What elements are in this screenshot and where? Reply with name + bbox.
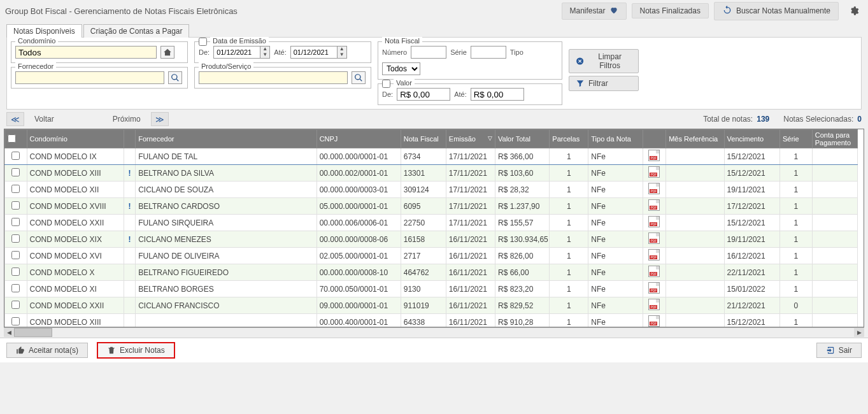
table-row[interactable]: COND MODELO IXFULANO DE TAL00.000.000/00… (5, 148, 858, 165)
condominio-lookup-button[interactable] (160, 46, 174, 59)
pdf-icon[interactable] (648, 166, 660, 178)
limpar-filtros-button[interactable]: Limpar Filtros (569, 49, 639, 73)
close-circle-icon (576, 57, 584, 66)
col-condominio[interactable]: Condomínio (27, 130, 124, 148)
tab-notas-disponiveis[interactable]: Notas Disponíveis (6, 24, 82, 38)
fornecedor-search-button[interactable] (168, 71, 182, 84)
condominio-input[interactable] (15, 46, 157, 59)
table-row[interactable]: COND MODELO XIII00.000.400/0001-01643381… (5, 314, 858, 327)
pdf-icon[interactable] (648, 150, 660, 161)
col-fornecedor[interactable]: Fornecedor (136, 130, 317, 148)
pdf-icon[interactable] (648, 299, 660, 310)
col-emissao[interactable]: Emissão (446, 130, 495, 148)
cell-serie: 1 (779, 248, 812, 264)
buscar-notas-button[interactable]: Buscar Notas Manualmente (714, 2, 839, 20)
row-checkbox[interactable] (11, 218, 20, 226)
table-row[interactable]: COND MODELO XXIICICLANO FRANCISCO09.000.… (5, 297, 858, 314)
row-checkbox[interactable] (11, 152, 20, 160)
tab-contas-pagar[interactable]: Criação de Contas a Pagar (83, 24, 190, 38)
cell-parcelas: 1 (550, 215, 588, 231)
pdf-icon[interactable] (648, 282, 660, 294)
row-checkbox[interactable] (11, 284, 20, 292)
cell-conta (812, 215, 857, 231)
row-checkbox[interactable] (11, 234, 20, 243)
pdf-icon[interactable] (648, 183, 660, 194)
valor-ate-input[interactable] (471, 88, 524, 101)
pdf-icon[interactable] (648, 266, 660, 277)
col-conta[interactable]: Conta para Pagamento (812, 130, 857, 148)
tipo-select[interactable]: Todos (382, 62, 420, 75)
cell-mes (666, 198, 724, 215)
data-de-input[interactable]: ▲▼ (213, 46, 270, 59)
proximo-button[interactable]: ≫ (151, 112, 169, 126)
table-row[interactable]: COND MODELO XIICICLANO DE SOUZA00.000.00… (5, 182, 858, 198)
excluir-notas-button[interactable]: Excluir Notas (97, 342, 175, 359)
filtrar-button[interactable]: Filtrar (569, 76, 639, 91)
scroll-thumb[interactable] (14, 328, 52, 337)
table-row[interactable]: COND MODELO XIX!CICLANO MENEZES00.000.00… (5, 231, 858, 248)
col-vencimento[interactable]: Vencimento (724, 130, 779, 148)
col-parcelas[interactable]: Parcelas (550, 130, 588, 148)
scroll-left-icon[interactable]: ◀ (4, 328, 14, 337)
pdf-icon[interactable] (648, 249, 660, 261)
table-row[interactable]: COND MODELO XIBELTRANO BORGES70.000.050/… (5, 281, 858, 297)
voltar-button[interactable]: ≪ (6, 112, 24, 126)
col-nota-fiscal[interactable]: Nota Fiscal (401, 130, 446, 148)
thumbs-up-icon (16, 346, 25, 355)
valor-checkbox[interactable] (382, 80, 390, 88)
select-all-checkbox[interactable] (8, 134, 16, 143)
cell-tipo: NFe (588, 182, 643, 198)
de-label: De: (199, 48, 210, 56)
manifestar-button[interactable]: Manifestar (562, 3, 627, 20)
table-row[interactable]: COND MODELO XVIFULANO DE OLIVEIRA02.005.… (5, 248, 858, 264)
fornecedor-input[interactable] (15, 71, 164, 84)
col-serie[interactable]: Série (779, 130, 812, 148)
chevron-down-icon[interactable]: ▼ (338, 52, 346, 58)
cell-parcelas: 1 (550, 165, 588, 182)
pdf-icon[interactable] (648, 315, 660, 327)
table-row[interactable]: COND MODELO XIII!BELTRANO DA SILVA00.000… (5, 165, 858, 182)
data-emissao-checkbox[interactable] (199, 38, 207, 46)
cell-pdf (643, 182, 666, 198)
col-tipo[interactable]: Tipo da Nota (588, 130, 643, 148)
row-checkbox[interactable] (11, 251, 20, 259)
serie-input[interactable] (471, 46, 506, 59)
table-row[interactable]: COND MODELO XXIIFULANO SIRQUEIRA00.000.0… (5, 215, 858, 231)
row-checkbox[interactable] (11, 268, 20, 276)
cell-condominio: COND MODELO X (27, 264, 124, 281)
row-checkbox[interactable] (11, 168, 20, 176)
col-mes[interactable]: Mês Referência (666, 130, 724, 148)
cell-condominio: COND MODELO IX (27, 148, 124, 165)
row-checkbox[interactable] (11, 301, 20, 309)
numero-input[interactable] (411, 46, 446, 59)
pdf-icon[interactable] (648, 199, 660, 211)
row-checkbox[interactable] (11, 185, 20, 193)
cell-mes (666, 297, 724, 314)
settings-button[interactable] (845, 2, 863, 20)
chevron-right-icon: ≫ (155, 115, 164, 124)
sair-button[interactable]: Sair (816, 343, 862, 358)
chevron-down-icon[interactable]: ▼ (260, 52, 269, 58)
row-checkbox[interactable] (11, 201, 20, 210)
cell-fornecedor (136, 314, 317, 327)
valor-de-input[interactable] (397, 88, 450, 101)
table-row[interactable]: COND MODELO XVIII!BELTRANO CARDOSO05.000… (5, 198, 858, 215)
horizontal-scrollbar[interactable]: ◀ ▶ (4, 327, 864, 338)
col-cnpj[interactable]: CNPJ (317, 130, 401, 148)
data-ate-input[interactable]: ▲▼ (290, 46, 347, 59)
table-row[interactable]: COND MODELO XBELTRANO FIGUEIREDO00.000.0… (5, 264, 858, 281)
aceitar-notas-button[interactable]: Aceitar nota(s) (6, 343, 88, 358)
cell-tipo: NFe (588, 165, 643, 182)
row-checkbox[interactable] (11, 317, 20, 325)
pdf-icon[interactable] (648, 232, 660, 244)
col-valor[interactable]: Valor Total (495, 130, 550, 148)
cell-fornecedor: FULANO SIRQUEIRA (136, 215, 317, 231)
scroll-right-icon[interactable]: ▶ (854, 328, 864, 337)
cell-conta (812, 148, 857, 165)
buscar-label: Buscar Notas Manualmente (736, 6, 830, 15)
produto-search-button[interactable] (352, 71, 366, 84)
notas-finalizadas-button[interactable]: Notas Finalizadas (632, 3, 709, 18)
produto-input[interactable] (199, 71, 348, 84)
pdf-icon[interactable] (648, 216, 660, 227)
cell-serie: 1 (779, 182, 812, 198)
